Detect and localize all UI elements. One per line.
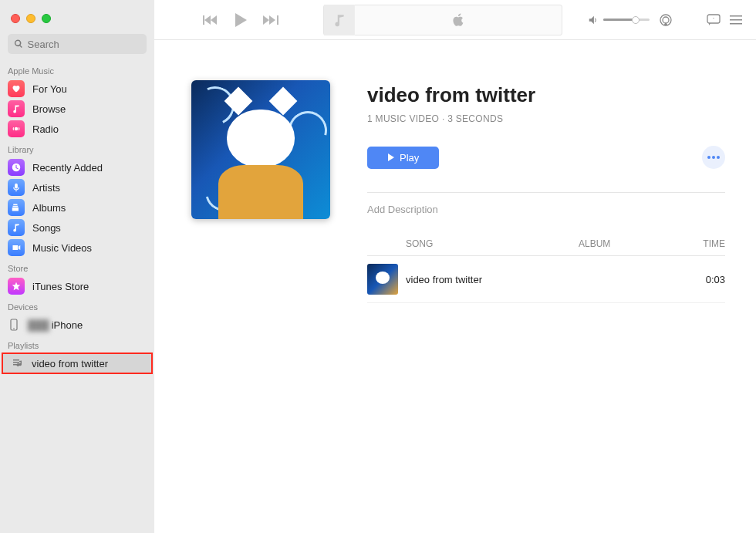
sidebar-item-radio[interactable]: Radio bbox=[0, 119, 154, 139]
volume-control[interactable] bbox=[588, 15, 650, 25]
airplay-icon[interactable] bbox=[659, 13, 673, 27]
track-thumbnail bbox=[367, 264, 398, 295]
play-button-main[interactable]: Play bbox=[367, 147, 439, 169]
lyrics-icon[interactable]: ” bbox=[707, 14, 721, 26]
next-track-button[interactable] bbox=[263, 15, 278, 25]
column-header-song[interactable]: SONG bbox=[406, 238, 579, 249]
playlist-content: video from twitter 1 MUSIC VIDEO · 3 SEC… bbox=[154, 40, 756, 533]
play-button-label: Play bbox=[400, 152, 419, 164]
svg-point-7 bbox=[712, 156, 715, 159]
search-field[interactable] bbox=[8, 34, 147, 54]
mic-icon bbox=[8, 179, 25, 196]
now-playing-display[interactable] bbox=[323, 5, 562, 35]
svg-text:”: ” bbox=[713, 16, 714, 21]
sidebar-item-label: iTunes Store bbox=[32, 281, 89, 292]
playlist-cover-art[interactable] bbox=[191, 80, 330, 219]
play-button[interactable] bbox=[234, 12, 248, 28]
sidebar-item-songs[interactable]: Songs bbox=[0, 218, 154, 238]
svg-point-1 bbox=[13, 328, 15, 329]
playlist-description-input[interactable]: Add Description bbox=[367, 204, 725, 215]
music-note-icon bbox=[332, 13, 346, 27]
window-controls bbox=[0, 6, 154, 34]
fullscreen-window-button[interactable] bbox=[42, 14, 51, 23]
more-options-button[interactable] bbox=[702, 146, 725, 169]
device-name-blurred: ███ bbox=[28, 319, 49, 331]
sidebar-item-label: For You bbox=[32, 83, 67, 95]
sidebar-item-browse[interactable]: Browse bbox=[0, 99, 154, 119]
phone-icon bbox=[8, 319, 20, 331]
now-playing-artwork bbox=[324, 5, 355, 35]
sidebar-item-label: Artists bbox=[32, 182, 60, 194]
star-icon bbox=[8, 278, 25, 295]
now-playing-center bbox=[355, 13, 562, 27]
sidebar-item-itunes-store[interactable]: iTunes Store bbox=[0, 276, 154, 296]
sidebar-item-label: Browse bbox=[32, 103, 66, 115]
playback-controls bbox=[203, 12, 278, 28]
close-window-button[interactable] bbox=[11, 14, 20, 23]
apple-logo-icon bbox=[452, 13, 464, 27]
video-icon bbox=[8, 239, 25, 256]
sidebar-item-music-videos[interactable]: Music Videos bbox=[0, 238, 154, 258]
svg-point-3 bbox=[663, 17, 669, 23]
playlist-subtitle: 1 MUSIC VIDEO · 3 SECONDS bbox=[367, 113, 725, 124]
more-icon bbox=[707, 156, 720, 159]
section-head-store: Store bbox=[0, 258, 154, 276]
volume-slider[interactable] bbox=[603, 19, 650, 21]
albums-icon bbox=[8, 199, 25, 216]
sidebar-item-for-you[interactable]: For You bbox=[0, 79, 154, 99]
track-row[interactable]: video from twitter 0:03 bbox=[367, 256, 725, 303]
sidebar-item-playlist-video-from-twitter[interactable]: video from twitter bbox=[2, 353, 152, 373]
section-head-apple-music: Apple Music bbox=[0, 60, 154, 79]
previous-track-button[interactable] bbox=[203, 15, 218, 25]
svg-point-6 bbox=[707, 156, 710, 159]
playlist-label: video from twitter bbox=[32, 358, 108, 369]
column-header-time[interactable]: TIME bbox=[687, 238, 725, 249]
column-header-album[interactable]: ALBUM bbox=[579, 238, 687, 249]
section-head-playlists: Playlists bbox=[0, 335, 154, 353]
play-icon bbox=[387, 153, 395, 161]
song-icon bbox=[8, 219, 25, 236]
music-note-icon bbox=[8, 100, 25, 117]
up-next-icon[interactable] bbox=[730, 15, 742, 25]
clock-icon bbox=[8, 159, 25, 176]
sidebar-item-label: Music Videos bbox=[32, 242, 92, 254]
sidebar-item-iphone[interactable]: ███ iPhone bbox=[0, 315, 154, 335]
sidebar-item-recently-added[interactable]: Recently Added bbox=[0, 157, 154, 177]
sidebar-item-label: iPhone bbox=[52, 319, 83, 331]
section-head-library: Library bbox=[0, 139, 154, 157]
svg-point-8 bbox=[717, 156, 720, 159]
track-title: video from twitter bbox=[406, 274, 579, 285]
radio-icon bbox=[8, 120, 25, 137]
main-area: ” video from twitter 1 MUSIC VIDEO · 3 S… bbox=[154, 0, 756, 533]
track-table-header: SONG ALBUM TIME bbox=[367, 232, 725, 256]
volume-icon bbox=[588, 15, 599, 25]
sidebar-item-label: Radio bbox=[32, 123, 59, 135]
search-input[interactable] bbox=[28, 39, 141, 50]
sidebar-item-label: Albums bbox=[32, 202, 66, 214]
sidebar: Apple Music For You Browse Radio Library… bbox=[0, 0, 154, 533]
sidebar-item-label: Songs bbox=[32, 222, 61, 234]
section-head-devices: Devices bbox=[0, 296, 154, 315]
playlist-icon bbox=[12, 357, 24, 369]
track-time: 0:03 bbox=[687, 274, 725, 285]
sidebar-item-artists[interactable]: Artists bbox=[0, 177, 154, 197]
topbar: ” bbox=[154, 0, 756, 40]
search-icon bbox=[14, 39, 24, 49]
minimize-window-button[interactable] bbox=[26, 14, 35, 23]
heart-icon bbox=[8, 80, 25, 97]
playlist-title: video from twitter bbox=[367, 83, 725, 107]
sidebar-item-label: Recently Added bbox=[32, 162, 103, 174]
sidebar-item-albums[interactable]: Albums bbox=[0, 197, 154, 218]
